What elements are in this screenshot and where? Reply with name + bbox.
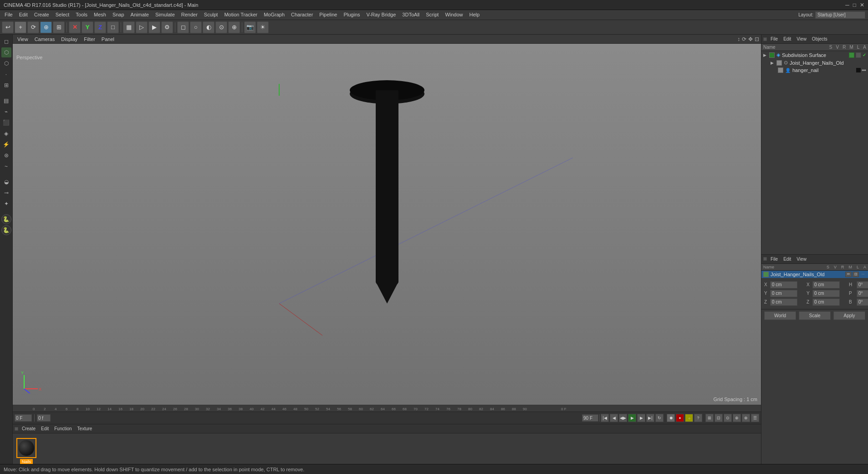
tl-menu-texture[interactable]: Texture (76, 426, 94, 432)
vp-icon-pan[interactable]: ✥ (748, 36, 753, 42)
titlebar-controls[interactable]: ─ □ ✕ (845, 2, 864, 8)
menu-mograph[interactable]: MoGraph (261, 11, 287, 18)
tool-snap[interactable]: ✦ (1, 199, 11, 209)
world-btn[interactable]: World (764, 311, 796, 320)
viewport-area[interactable]: View Cameras Display Filter Panel ↕ ⟳ ✥ … (13, 35, 761, 405)
layout-input[interactable] (815, 11, 865, 19)
goto-start-btn[interactable]: |◀ (601, 414, 609, 422)
coord-z2-input[interactable] (812, 299, 840, 306)
coord-x2-input[interactable] (812, 281, 840, 289)
attr-selected-obj-row[interactable]: Joist_Hanger_Nails_Old ✏ ⊡ ··· (761, 271, 868, 278)
menu-edit[interactable]: Edit (16, 11, 31, 18)
coord-z-input[interactable] (770, 299, 797, 306)
play-btn[interactable]: ▶ (628, 414, 636, 422)
material-nails[interactable]: Nails (16, 438, 36, 464)
goto-end-btn[interactable]: ▶| (646, 414, 654, 422)
lathe-btn[interactable]: ⊙ (215, 21, 227, 33)
menu-help[interactable]: Help (467, 11, 483, 18)
tool-mode-edge[interactable]: ⬡ (1, 58, 11, 68)
menu-script[interactable]: Script (423, 11, 441, 18)
pb-icon2[interactable]: ⊡ (715, 414, 723, 422)
viewport-bg[interactable]: Perspective (13, 44, 761, 405)
pb-icon1[interactable]: ⊞ (705, 414, 714, 422)
obj-hn-ctrl1[interactable] (856, 68, 861, 72)
tl-menu-function[interactable]: Function (52, 426, 73, 432)
step-back-btn[interactable]: ◀ (610, 414, 618, 422)
vp-icon-frame[interactable]: ⊡ (755, 36, 759, 42)
attr-menu-view[interactable]: View (795, 256, 808, 262)
apply-btn[interactable]: Apply (833, 311, 865, 320)
minimize-btn[interactable]: ─ (845, 2, 849, 8)
loop-btn[interactable]: ↻ (655, 414, 664, 422)
render-all-btn[interactable]: ▶ (148, 21, 160, 33)
vp-menu-view[interactable]: View (15, 36, 31, 42)
tool-bevel[interactable]: ◈ (1, 129, 11, 139)
vp-icon-orbit[interactable]: ⟳ (742, 36, 746, 42)
tool-mode-point[interactable]: · (1, 69, 11, 79)
light-btn[interactable]: ☀ (257, 21, 269, 33)
render-region-btn[interactable]: ▦ (123, 21, 135, 33)
om-menu-edit[interactable]: Edit (781, 36, 793, 42)
om-menu-file[interactable]: File (769, 36, 780, 42)
tool-weld[interactable]: ⊛ (1, 150, 11, 160)
tool-mode-object[interactable]: ◻ (1, 36, 11, 46)
axis-z-btn[interactable]: Z (94, 21, 106, 33)
pb-icon3[interactable]: ⊙ (724, 414, 732, 422)
menu-sculpt[interactable]: Sculpt (201, 11, 221, 18)
pb-icon5[interactable]: ⊗ (742, 414, 750, 422)
menu-3dtoall[interactable]: 3DToAll (399, 11, 422, 18)
coord-y-input[interactable] (770, 290, 797, 297)
menu-mesh[interactable]: Mesh (91, 11, 109, 18)
axis-x-btn[interactable]: ✕ (69, 21, 81, 33)
tl-menu-create[interactable]: Create (20, 426, 37, 432)
render-settings-btn[interactable]: ⚙ (161, 21, 173, 33)
menu-render[interactable]: Render (179, 11, 200, 18)
play-back-btn[interactable]: ◀▶ (619, 414, 627, 422)
attr-icon-1[interactable]: ✏ (845, 272, 852, 277)
menu-pipeline[interactable]: Pipeline (317, 11, 340, 18)
pb-icon4[interactable]: ⊕ (733, 414, 741, 422)
cube-btn[interactable]: ◻ (177, 21, 189, 33)
frame-field-input[interactable] (37, 414, 51, 422)
attr-icon-3[interactable]: ··· (860, 272, 866, 277)
scale-btn[interactable]: Scale (799, 311, 831, 320)
vp-menu-cameras[interactable]: Cameras (32, 36, 58, 42)
obj-hanger-nail[interactable]: 👤 hanger_nail (761, 67, 868, 74)
vp-menu-display[interactable]: Display (58, 36, 80, 42)
menu-window[interactable]: Window (442, 11, 465, 18)
vp-icon-move[interactable]: ↕ (737, 36, 740, 42)
coord-y2-input[interactable] (812, 290, 840, 297)
attr-menu-file[interactable]: File (769, 256, 780, 262)
tool-python[interactable]: 🐍 (1, 214, 11, 224)
current-frame-input[interactable] (15, 414, 32, 422)
auto-key-btn[interactable]: ● (676, 414, 684, 422)
tool-render-region[interactable]: ▤ (1, 96, 11, 106)
mode-model-btn[interactable]: + (15, 21, 26, 33)
maximize-btn[interactable]: □ (853, 2, 856, 8)
obj-ss-ctrl2[interactable] (856, 52, 861, 58)
vp-menu-panel[interactable]: Panel (99, 36, 117, 42)
menu-plugins[interactable]: Plugins (341, 11, 363, 18)
sweep-btn[interactable]: ◐ (203, 21, 214, 33)
tool-knife[interactable]: ⌁ (1, 107, 11, 117)
coord-h-input[interactable] (857, 281, 868, 289)
menu-animate[interactable]: Animate (128, 11, 152, 18)
obj-joist-hanger[interactable]: ▶ ⊙ Joist_Hanger_Nails_Old (761, 59, 868, 67)
step-fwd-btn[interactable]: ▶ (637, 414, 645, 422)
render-view-btn[interactable]: ▷ (136, 21, 148, 33)
record-btn[interactable]: ⏺ (667, 414, 675, 422)
help-btn[interactable]: ? (694, 414, 702, 422)
pb-icon6[interactable]: ☰ (751, 414, 759, 422)
scale-btn[interactable]: ⊞ (53, 21, 65, 33)
attr-icon-2[interactable]: ⊡ (853, 272, 859, 277)
menu-motion-tracker[interactable]: Motion Tracker (221, 11, 260, 18)
menu-character[interactable]: Character (288, 11, 316, 18)
coord-b-input[interactable] (857, 299, 868, 306)
menu-simulate[interactable]: Simulate (153, 11, 178, 18)
menu-file[interactable]: File (2, 11, 15, 18)
axis-y-btn[interactable]: Y (82, 21, 93, 33)
menu-vray[interactable]: V-Ray Bridge (364, 11, 399, 18)
tool-extrude[interactable]: ⬛ (1, 118, 11, 128)
om-menu-objects[interactable]: Objects (810, 36, 829, 42)
obj-subdivision-surface[interactable]: ▶ ◈ Subdivision Surface ✓ (761, 51, 868, 59)
